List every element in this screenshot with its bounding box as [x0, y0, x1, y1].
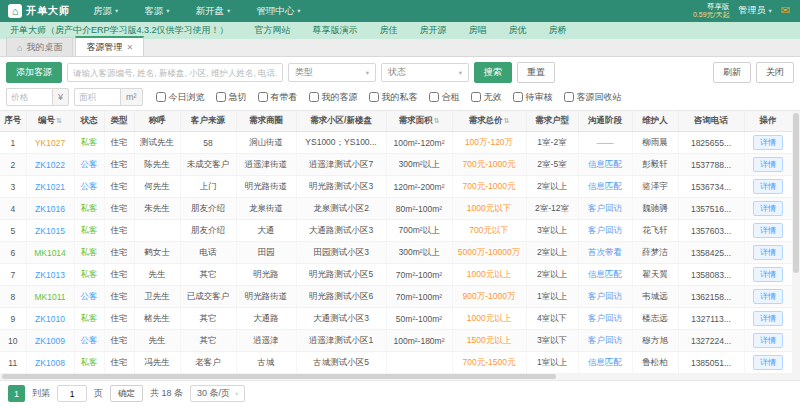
checkbox-input[interactable]: [564, 92, 574, 102]
horizontal-scrollbar[interactable]: [0, 373, 792, 380]
checkbox-input[interactable]: [216, 92, 226, 102]
add-customer-button[interactable]: 添加客源: [6, 62, 62, 83]
table-row[interactable]: 2ZK1022公客住宅陈先生未成交客户逍遥津街道逍遥津测试小区7300m²以上7…: [0, 154, 792, 176]
district-cell: 古城: [236, 352, 296, 374]
chevron-down-icon: ▾: [227, 7, 230, 15]
filter-checkbox-无效[interactable]: 无效: [471, 91, 502, 104]
status-select-value: 状态: [388, 66, 406, 79]
user-menu[interactable]: 管理员 ▾: [739, 4, 772, 17]
filter-checkbox-我的私客[interactable]: 我的私客: [369, 91, 418, 104]
sort-icon[interactable]: ⇅: [56, 117, 62, 124]
checkbox-input[interactable]: [369, 92, 379, 102]
column-header-agent: 维护人: [632, 111, 678, 132]
filter-checkbox-今日浏览[interactable]: 今日浏览: [156, 91, 205, 104]
notice-link[interactable]: 房佳: [380, 24, 398, 37]
menu-item-客源[interactable]: 客源▾: [131, 0, 182, 22]
mail-icon[interactable]: ✉: [781, 5, 790, 16]
column-header-code[interactable]: 编号⇅: [26, 111, 74, 132]
table-row[interactable]: 9ZK1010私客住宅楮先生其它大通路大通测试小区350m²-100m²1000…: [0, 308, 792, 330]
area-filter: m²: [74, 88, 143, 106]
price-input[interactable]: [6, 88, 52, 106]
detail-button[interactable]: 详情: [753, 223, 783, 238]
detail-button[interactable]: 详情: [753, 311, 783, 326]
detail-button[interactable]: 详情: [753, 289, 783, 304]
type-select[interactable]: 类型 ▾: [288, 63, 376, 82]
menu-item-管理中心[interactable]: 管理中心▾: [243, 0, 313, 22]
district-cell: 明光路街道: [236, 176, 296, 198]
filter-checkbox-有带看[interactable]: 有带看: [258, 91, 298, 104]
tab-我的桌面[interactable]: ⌂我的桌面: [6, 37, 73, 56]
filter-checkbox-合租[interactable]: 合租: [429, 91, 460, 104]
table-row[interactable]: 8MK1011公客住宅卫先生已成交客户明光路街道明光路测试小区670m²-100…: [0, 286, 792, 308]
filter-checkbox-客源回收站[interactable]: 客源回收站: [564, 91, 622, 104]
notice-link[interactable]: 官方网站: [255, 24, 291, 37]
status-badge: 私客: [74, 352, 104, 374]
checkbox-input[interactable]: [258, 92, 268, 102]
price-unit: ¥: [52, 88, 69, 106]
menu-item-新开盘[interactable]: 新开盘▾: [183, 0, 244, 22]
detail-button[interactable]: 详情: [753, 355, 783, 370]
notice-link[interactable]: 房唱: [469, 24, 487, 37]
community-cell: 明光路测试小区6: [296, 286, 386, 308]
sort-icon[interactable]: ⇅: [504, 117, 510, 124]
detail-button[interactable]: 详情: [753, 135, 783, 150]
app-title: 开单大师: [26, 4, 70, 18]
agent-cell: 彭毅轩: [632, 154, 678, 176]
search-input[interactable]: [67, 63, 283, 82]
column-header-size[interactable]: 需求面积⇅: [386, 111, 452, 132]
source-cell: 老客户: [180, 352, 236, 374]
area-input[interactable]: [74, 88, 120, 106]
goto-confirm-button[interactable]: 确定: [110, 385, 143, 402]
checkbox-input[interactable]: [156, 92, 166, 102]
type-cell: 住宅: [104, 242, 134, 264]
detail-button[interactable]: 详情: [753, 245, 783, 260]
table-row[interactable]: 1YK1027私客住宅测试先生58洞山街道YS1000；YS100...100m…: [0, 132, 792, 154]
checkbox-input[interactable]: [513, 92, 523, 102]
filter-checkbox-急切[interactable]: 急切: [216, 91, 247, 104]
stage-cell: 客户回访: [578, 330, 632, 352]
table-row[interactable]: 10ZK1009公客住宅先生其它逍遥津逍遥津测试小区1100m²-180m²15…: [0, 330, 792, 352]
tab-客源管理[interactable]: 客源管理✕: [75, 36, 144, 56]
table-row[interactable]: 5ZK1015私客住宅朋友介绍大通大通路测试小区3700m²以上700元以下3室…: [0, 220, 792, 242]
filter-checkbox-我的客源[interactable]: 我的客源: [309, 91, 358, 104]
column-header-price[interactable]: 需求总价⇅: [452, 111, 526, 132]
checkbox-input[interactable]: [471, 92, 481, 102]
detail-button[interactable]: 详情: [753, 157, 783, 172]
detail-button[interactable]: 详情: [753, 333, 783, 348]
search-button[interactable]: 搜索: [474, 62, 512, 83]
notice-link[interactable]: 房开源: [420, 24, 447, 37]
table-row[interactable]: 4ZK1016私客住宅朱先生朋友介绍龙泉街道龙泉测试小区280m²-100m²1…: [0, 198, 792, 220]
stage-cell: 客户回访: [578, 220, 632, 242]
detail-button[interactable]: 详情: [753, 179, 783, 194]
notice-link[interactable]: 房优: [509, 24, 527, 37]
sort-icon[interactable]: ⇅: [434, 117, 440, 124]
filter-checkbox-待审核[interactable]: 待审核: [513, 91, 553, 104]
name-cell: 先生: [134, 330, 180, 352]
price-cell: 1500元以上: [452, 330, 526, 352]
promo-banner[interactable]: 尊享版 0.59元/天起: [693, 3, 730, 20]
menu-item-房源[interactable]: 房源▾: [80, 0, 131, 22]
detail-button[interactable]: 详情: [753, 201, 783, 216]
status-select[interactable]: 状态 ▾: [381, 63, 469, 82]
close-icon[interactable]: ✕: [126, 43, 133, 52]
checkbox-input[interactable]: [309, 92, 319, 102]
close-button[interactable]: 关闭: [756, 62, 794, 83]
goto-page-input[interactable]: [57, 385, 87, 402]
table-row[interactable]: 7ZK1013私客住宅先生其它明光路明光路测试小区570m²-100m²1000…: [0, 264, 792, 286]
checkbox-input[interactable]: [429, 92, 439, 102]
reset-button[interactable]: 重置: [517, 62, 555, 83]
detail-button[interactable]: 详情: [753, 267, 783, 282]
table-row[interactable]: 6MK1014私客住宅鹤女士电话田园田园测试小区3300m²以上5000万-10…: [0, 242, 792, 264]
notice-link[interactable]: 房桥: [549, 24, 567, 37]
vertical-scrollbar[interactable]: [792, 111, 800, 380]
notice-link[interactable]: 尊享版演示: [313, 24, 358, 37]
page-button-1[interactable]: 1: [8, 385, 25, 402]
no-cell: 7: [0, 264, 26, 286]
no-cell: 2: [0, 154, 26, 176]
refresh-button[interactable]: 刷新: [713, 62, 751, 83]
main-menu: 房源▾客源▾新开盘▾管理中心▾: [80, 0, 314, 22]
per-page-select[interactable]: 30 条/页 ▾: [190, 385, 245, 402]
table-row[interactable]: 11ZK1008私客住宅冯先生老客户古城古城测试小区5700元-1500元1室以…: [0, 352, 792, 374]
size-cell: 50m²-100m²: [386, 308, 452, 330]
table-row[interactable]: 3ZK1021公客住宅何先生上门明光路街道明光路测试小区3120m²-200m²…: [0, 176, 792, 198]
